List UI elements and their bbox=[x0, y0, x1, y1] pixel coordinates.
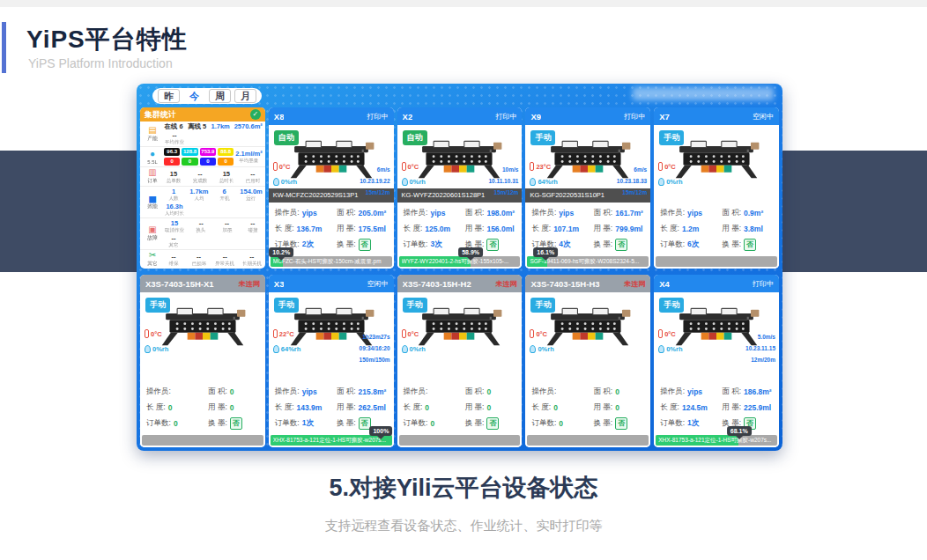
area-value: 186.8m² bbox=[744, 387, 772, 396]
ink-value: 0 bbox=[486, 403, 491, 412]
progress-bar[interactable] bbox=[142, 435, 263, 446]
stat-icon-capacity: ▤ 产能 bbox=[143, 126, 162, 143]
ink-value: 262.5ml bbox=[359, 403, 386, 412]
blurred-watermark bbox=[633, 87, 774, 100]
device-card-X3S-7403-15H-H3[interactable]: X3S-7403-15H-H3 未连网 手动 bbox=[525, 275, 650, 447]
device-card-X3S-7403-15H-X1[interactable]: X3S-7403-15H-X1 未连网 手动 bbox=[140, 275, 265, 447]
device-details: 操作员: 面 积:0 长 度:0 用 墨:0 订单数:0 换 墨:否 bbox=[404, 384, 518, 431]
device-card-X2[interactable]: X2 打印中 自动 bbox=[397, 107, 523, 269]
network-info-line: 10m/s bbox=[488, 164, 518, 175]
stats-header: 集群统计 ✓ bbox=[140, 107, 265, 122]
time-tab[interactable]: 今 bbox=[183, 89, 205, 103]
stat-item: -- 维保 bbox=[164, 253, 183, 267]
humidity-icon bbox=[530, 178, 536, 186]
environment-readings: 22°C 64%rh bbox=[273, 329, 301, 353]
mode-badge: 手动 bbox=[145, 298, 170, 313]
device-card-X9[interactable]: X9 打印中 手动 bbox=[525, 107, 650, 269]
temperature-value: 0°C bbox=[536, 330, 547, 338]
stat-item: 154.0m 运行 bbox=[240, 188, 262, 202]
humidity-value: 0%rh bbox=[538, 345, 553, 353]
device-card-header: X3S-7403-15H-X1 未连网 bbox=[140, 275, 265, 292]
device-card-X4[interactable]: X4 打印中 手动 bbox=[654, 275, 779, 447]
area-value: 0 bbox=[230, 387, 234, 396]
device-card-header: X3S-7403-15H-H2 未连网 bbox=[397, 275, 523, 292]
network-info-line: 10.23.18.33 bbox=[617, 175, 647, 187]
environment-readings: 0°C 0%rh bbox=[145, 329, 168, 353]
mode-badge: 自动 bbox=[274, 130, 299, 145]
device-details: 操作员:yips 面 积:161.7m² 长 度:107.1m 用 墨:799.… bbox=[531, 205, 646, 253]
progress-bar[interactable]: XHX-81753-a-121定位-1-HS可撕胶-w207s... bbox=[271, 435, 392, 446]
device-status: 空闲中 bbox=[367, 279, 389, 289]
ink-level-chips: 96.3128.8753.988.80000 bbox=[164, 148, 234, 166]
stat-row: ▥ 订单 15 总单数 -- 完成数 15 总时长 -- 已用时 bbox=[140, 167, 265, 187]
thermometer-icon bbox=[658, 162, 663, 171]
environment-readings: 0°C 0%rh bbox=[273, 162, 297, 186]
humidity-icon bbox=[402, 178, 408, 186]
network-info-line: 15m/12m bbox=[360, 187, 389, 198]
ink-value: 0 bbox=[615, 403, 619, 412]
stat-item: -- 完成数 bbox=[190, 170, 210, 184]
thermometer-icon bbox=[402, 329, 406, 338]
mode-badge: 手动 bbox=[530, 298, 555, 313]
humidity-icon bbox=[658, 178, 664, 186]
ink-value: 175.5ml bbox=[359, 225, 386, 233]
orders-value: 0 bbox=[559, 419, 563, 428]
stat-item: 15 取消作业 bbox=[164, 219, 185, 233]
humidity-icon bbox=[530, 345, 536, 353]
environment-readings: 0°C 0%rh bbox=[658, 162, 682, 186]
stat-icon-fault: ▣ 故障 bbox=[143, 225, 162, 242]
network-info-line: 09:34/16:20 bbox=[360, 343, 390, 354]
stat-icon-ink: ● 5.5L bbox=[143, 150, 162, 165]
device-card-X3S-7403-15H-H2[interactable]: X3S-7403-15H-H2 未连网 手动 bbox=[397, 275, 523, 447]
progress-bar[interactable]: WYFZ-WY220401-2-hs可撕胶-155x105-... bbox=[399, 256, 521, 267]
device-card-X8[interactable]: X8 打印中 自动 bbox=[269, 107, 394, 269]
stat-icon-other: ✂ 其它 bbox=[143, 251, 162, 268]
progress-bar[interactable]: MCFZC-石头-HS可撕胶-150cm-减震量.pm bbox=[271, 256, 392, 267]
humidity-value: 0%rh bbox=[666, 345, 682, 353]
length-value: 107.1m bbox=[553, 225, 579, 233]
time-tab[interactable]: 月 bbox=[234, 89, 256, 103]
humidity-value: 64%rh bbox=[281, 345, 301, 353]
ink-value: 3.8ml bbox=[744, 225, 763, 233]
orders-value: 0 bbox=[174, 419, 178, 428]
device-card-header: X3 空闲中 bbox=[269, 275, 394, 292]
stat-row: ● 5.5L 96.3128.8753.988.80000 2.1ml/m² 平… bbox=[140, 147, 265, 167]
progress-bar[interactable] bbox=[527, 435, 649, 446]
stat-item: 1 人数 bbox=[164, 188, 183, 202]
ink-value: 0 bbox=[230, 403, 234, 412]
ink-chip: 0 bbox=[200, 158, 216, 166]
network-info: 6m/s10.23.19.2215m/12m bbox=[360, 164, 389, 198]
device-card-X3[interactable]: X3 空闲中 手动 bbox=[269, 275, 394, 447]
progress-bar[interactable] bbox=[399, 435, 521, 446]
operator-value: yips bbox=[687, 387, 702, 396]
thermometer-icon bbox=[273, 162, 278, 171]
thermometer-icon bbox=[273, 329, 278, 338]
caption-subtitle: 支持远程查看设备状态、作业统计、实时打印等 bbox=[0, 518, 927, 534]
printer-image bbox=[671, 137, 762, 183]
progress-bar[interactable] bbox=[656, 256, 777, 267]
printer-image bbox=[157, 305, 248, 350]
check-icon[interactable]: ✓ bbox=[250, 109, 261, 120]
device-status: 打印中 bbox=[367, 112, 389, 122]
environment-readings: 0°C 0%rh bbox=[402, 162, 426, 186]
network-info: 1h23m27s09:34/16:20150m/150m bbox=[360, 331, 390, 365]
time-tab[interactable]: 周 bbox=[209, 89, 231, 103]
device-card-header: X3S-7403-15H-H3 未连网 bbox=[525, 275, 650, 292]
stat-item: 2570.6m² bbox=[234, 122, 263, 130]
mode-badge: 手动 bbox=[274, 298, 299, 313]
device-card-X7[interactable]: X7 空闲中 手动 bbox=[654, 107, 779, 269]
thermometer-icon bbox=[658, 329, 663, 338]
area-value: 0 bbox=[615, 387, 619, 396]
device-details: 操作员:yips 面 积:186.8m² 长 度:124.5m 用 墨:225.… bbox=[660, 384, 775, 431]
device-details: 操作员: 面 积:0 长 度:0 用 墨:0 订单数:0 换 墨:否 bbox=[146, 384, 261, 431]
ink-chip: 0 bbox=[218, 158, 234, 166]
operator-value: yips bbox=[302, 387, 317, 396]
progress-bar[interactable]: XHX-81753-a-121定位-1-HS可撕胶-w207s... bbox=[656, 435, 777, 446]
humidity-value: 0%rh bbox=[281, 178, 297, 186]
device-name: X2 bbox=[403, 112, 413, 122]
time-tab[interactable]: 昨 bbox=[158, 89, 180, 103]
network-info-line: 10.11.10.31 bbox=[488, 175, 518, 187]
stat-item: 16.3h 人均时长 bbox=[164, 203, 185, 217]
stat-item: 2.1ml/m² 平均墨量 bbox=[235, 150, 262, 164]
mode-badge: 手动 bbox=[530, 130, 555, 145]
